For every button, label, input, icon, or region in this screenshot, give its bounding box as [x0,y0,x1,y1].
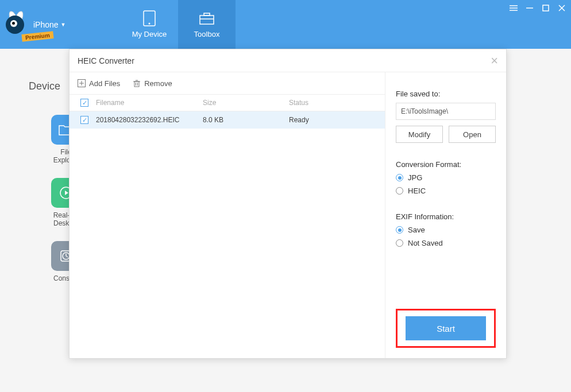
settings-pane: File saved to: Modify Open Conversion Fo… [385,72,506,358]
cell-filename: 20180428032232692.HEIC [94,116,203,124]
nav-tabs: My Device Toolbox [121,0,236,49]
exif-option-not-saved[interactable]: Not Saved [396,239,496,247]
radio-icon [396,187,403,195]
column-status: Status [289,99,385,107]
radio-label: Save [408,226,425,234]
device-name: iPhone [33,20,59,29]
dialog-title: HEIC Converter [78,56,134,65]
minimize-icon[interactable] [525,3,534,13]
app-logo-icon [6,15,24,34]
content-area: Device File Explorer Real-tim Desktop Co… [0,49,571,392]
remove-button[interactable]: Remove [133,79,172,88]
premium-badge: Premium [21,31,53,42]
tab-label: Toolbox [194,30,220,38]
format-label: Conversion Format: [396,160,496,169]
table-header: Filename Size Status [70,94,385,111]
tab-label: My Device [132,30,167,38]
tab-toolbox[interactable]: Toolbox [178,0,236,49]
add-files-label: Add Files [89,79,120,88]
trash-icon [133,79,141,87]
radio-label: Not Saved [408,239,443,247]
modify-button[interactable]: Modify [396,126,443,143]
dialog-close-icon[interactable]: × [491,55,498,67]
select-all-checkbox[interactable] [80,99,88,107]
save-path-input[interactable] [396,103,496,120]
window-controls [509,3,566,13]
section-title: Device [29,80,60,92]
radio-icon [396,226,403,234]
radio-label: JPG [408,173,422,182]
svg-point-1 [149,23,151,25]
cell-size: 8.0 KB [203,116,289,124]
radio-label: HEIC [408,187,426,195]
plus-icon [78,79,86,87]
svg-line-17 [66,256,68,257]
dialog-toolbar: Add Files Remove [70,72,385,94]
add-files-button[interactable]: Add Files [78,79,120,88]
row-checkbox[interactable] [80,116,88,124]
device-selector[interactable]: iPhone ▼ [33,20,66,29]
toolbox-icon [197,10,217,26]
dialog-titlebar: HEIC Converter × [70,49,506,72]
chevron-down-icon: ▼ [61,22,66,28]
format-option-heic[interactable]: HEIC [396,187,496,195]
exif-option-save[interactable]: Save [396,226,496,234]
tablet-icon [140,10,159,26]
svg-rect-9 [543,5,549,11]
top-bar: Premium iPhone ▼ My Device Toolbox [0,0,571,49]
svg-rect-3 [204,13,210,15]
saved-to-label: File saved to: [396,90,496,98]
menu-icon[interactable] [509,3,518,13]
logo-area: Premium iPhone ▼ [0,0,121,49]
cell-status: Ready [289,116,385,124]
svg-marker-13 [65,191,68,195]
format-option-jpg[interactable]: JPG [396,173,496,182]
heic-converter-dialog: HEIC Converter × Add Files Re [69,49,507,359]
table-row[interactable]: 20180428032232692.HEIC 8.0 KB Ready [70,111,385,129]
remove-label: Remove [144,79,172,88]
open-button[interactable]: Open [449,126,496,143]
start-button[interactable]: Start [406,316,486,340]
start-highlight-box: Start [396,309,496,348]
svg-rect-2 [200,15,214,24]
svg-rect-21 [134,81,139,87]
radio-icon [396,174,403,181]
file-list-pane: Add Files Remove Filename Size Status [70,72,385,358]
maximize-icon[interactable] [541,3,550,13]
close-icon[interactable] [557,3,566,13]
column-filename: Filename [94,99,203,107]
column-size: Size [203,99,289,107]
tab-my-device[interactable]: My Device [121,0,178,49]
radio-icon [396,239,403,247]
exif-label: EXIF Information: [396,212,496,221]
